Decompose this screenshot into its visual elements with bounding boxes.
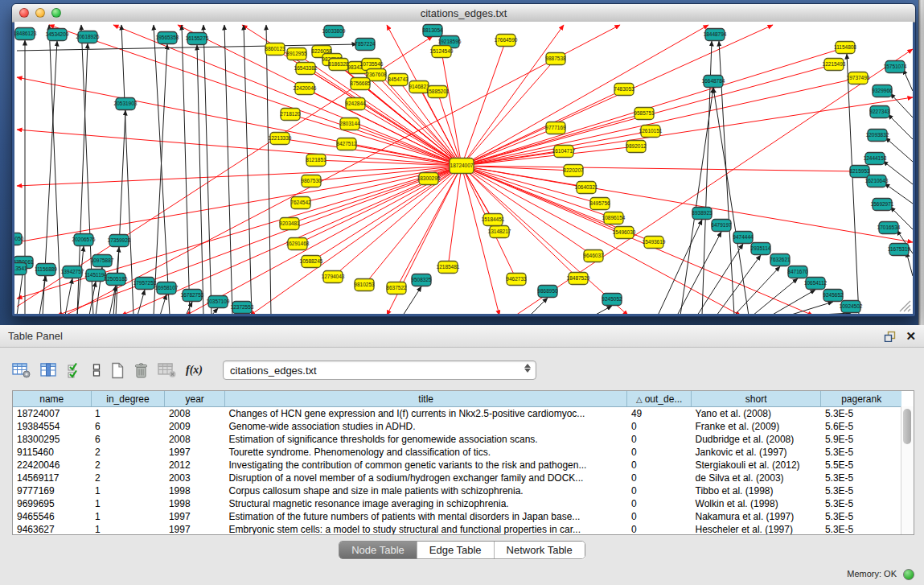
network-node[interactable]: 6479197 [711,220,732,232]
network-node[interactable]: 15493619 [643,237,666,249]
network-node[interactable]: 8495756 [589,198,610,210]
table-cell[interactable]: Tibbo et al. (1998) [692,484,821,497]
table-row[interactable]: 1456911722003Disruption of a novel membe… [13,472,901,484]
network-node[interactable]: 8912955 [286,48,307,60]
table-cell[interactable]: 5.3E-5 [821,484,901,497]
network-graph[interactable]: 1848612314534209206189261956535816155275… [14,22,913,314]
network-node[interactable]: 14534209 [46,29,69,41]
network-node[interactable]: 9227343 [869,106,890,118]
table-row[interactable]: 946362711997Embryonic stem cells: a mode… [13,523,901,535]
network-node[interactable]: 8860123 [265,43,285,56]
network-window-titlebar[interactable]: citations_edges.txt [12,4,915,23]
table-settings-icon[interactable] [12,362,31,378]
network-node[interactable]: 8186328 [328,59,349,71]
table-row[interactable]: 911546021997Tourette syndrome. Phenomeno… [13,446,901,459]
network-node[interactable]: 15751074 [884,61,907,73]
table-cell[interactable]: Corpus callosum shape and size in male p… [224,484,626,497]
network-node[interactable]: 20618926 [76,31,100,43]
minimize-window-button[interactable] [35,8,45,18]
table-cell[interactable]: 19384554 [13,420,91,433]
table-cell[interactable]: 5.3E-5 [821,497,901,510]
network-node[interactable]: 17359928 [108,235,131,247]
column-header-short[interactable]: short [692,391,821,407]
table-cell[interactable]: 0 [627,420,692,433]
network-node[interactable]: 8637522 [386,282,407,295]
table-cell[interactable]: Disruption of a novel member of a sodium… [224,472,626,484]
network-node[interactable]: 12372553 [231,302,254,314]
network-node[interactable]: 7857224 [355,39,376,51]
network-node[interactable]: 22420046 [294,83,317,95]
network-node[interactable]: 7483053 [614,84,634,96]
table-cell[interactable]: 2008 [165,407,225,421]
network-node[interactable]: 12610151 [639,126,663,138]
table-cell[interactable]: 9115460 [13,446,91,459]
table-cell[interactable]: 5.3E-5 [821,472,901,484]
table-row[interactable]: 1938455462009Genome-wide association stu… [13,420,901,433]
network-node[interactable]: 20206576 [72,234,96,246]
network-node[interactable]: 9892012 [626,141,647,153]
network-node[interactable]: 8215953 [849,166,870,178]
network-node[interactable]: 11156889 [35,264,57,276]
network-node[interactable]: 9868950 [537,286,558,298]
network-node[interactable]: 17664590 [495,35,518,47]
table-cell[interactable]: 6 [91,433,165,446]
table-row[interactable]: 946554611997Estimation of the future num… [13,510,901,523]
table-cell[interactable]: 5.3E-5 [821,446,901,459]
table-cell[interactable]: 0 [627,459,692,472]
table-cell[interactable]: 1 [91,510,165,523]
column-header-title[interactable]: title [224,391,626,407]
table-panel-header[interactable]: Table Panel ✕ [0,325,924,348]
network-node[interactable]: 9329966 [872,85,893,97]
network-node[interactable]: 7632621 [770,254,791,266]
network-node[interactable]: 8756685 [350,78,371,90]
table-cell[interactable]: Wolkin et al. (1998) [692,497,821,510]
table-cell[interactable]: 5.6E-5 [821,420,901,433]
network-node[interactable]: 9867530 [301,175,322,187]
table-cell[interactable]: Nakamura et al. (1997) [692,510,821,523]
network-node[interactable]: 20531903 [114,98,138,110]
table-cell[interactable]: 49 [627,407,692,421]
network-node[interactable]: 12444158 [864,153,887,165]
network-node[interactable]: 8813054 [422,25,443,37]
network-node[interactable]: 12794043 [322,271,345,283]
network-node[interactable]: 9462733 [506,274,527,286]
table-cell[interactable]: 5.3E-5 [821,510,901,523]
table-cell[interactable]: Yano et al. (2008) [692,407,821,421]
column-header-pagerank[interactable]: pagerank [821,391,901,407]
network-node[interactable]: 10924502 [840,301,863,313]
table-cell[interactable]: 1997 [165,446,225,459]
network-node[interactable]: 9245052 [602,294,622,306]
table-cell[interactable]: 2 [91,459,165,472]
column-header-out_de[interactable]: △out_de... [627,391,692,407]
network-node[interactable]: 9777169 [545,122,566,134]
table-cell[interactable]: 1997 [165,523,225,535]
table-cell[interactable]: 1998 [165,484,225,497]
network-node[interactable]: 10896154 [602,212,626,225]
network-node[interactable]: 17957253 [133,278,157,290]
network-node[interactable]: 12093832 [866,130,889,142]
table-row[interactable]: 1872400712008Changes of HCN gene express… [13,407,901,421]
table-cell[interactable]: 22420046 [13,459,91,472]
show-columns-icon[interactable] [67,362,83,378]
network-node[interactable]: 12215493 [823,59,846,71]
network-node[interactable]: 16782753 [181,290,204,302]
table-cell[interactable]: Investigating the contribution of common… [224,459,626,472]
table-cell[interactable]: 5.5E-5 [821,459,901,472]
network-node[interactable]: 17016534 [877,222,901,234]
table-cell[interactable]: 18724007 [13,407,91,421]
network-node[interactable]: 10654112 [804,278,827,290]
table-cell[interactable]: Franke et al. (2009) [692,420,821,433]
table-cell[interactable]: 5.9E-5 [821,433,901,446]
column-header-name[interactable]: name [13,391,91,407]
table-header-row[interactable]: namein_degreeyeartitle△out_de...shortpag… [13,391,901,407]
table-cell[interactable]: 2008 [165,433,225,446]
table-cell[interactable]: 9465546 [13,510,91,523]
import-table-icon[interactable] [158,362,177,378]
table-selector-combobox[interactable]: citations_edges.txt [223,360,536,380]
network-node[interactable]: 11154808 [834,42,856,54]
network-node[interactable]: 2718120 [280,109,301,121]
network-node[interactable]: 18448794 [704,29,727,41]
table-cell[interactable]: Dudbridge et al. (2008) [692,433,821,446]
network-node[interactable]: 16104717 [552,146,576,158]
network-node[interactable]: 16648784 [702,76,725,88]
